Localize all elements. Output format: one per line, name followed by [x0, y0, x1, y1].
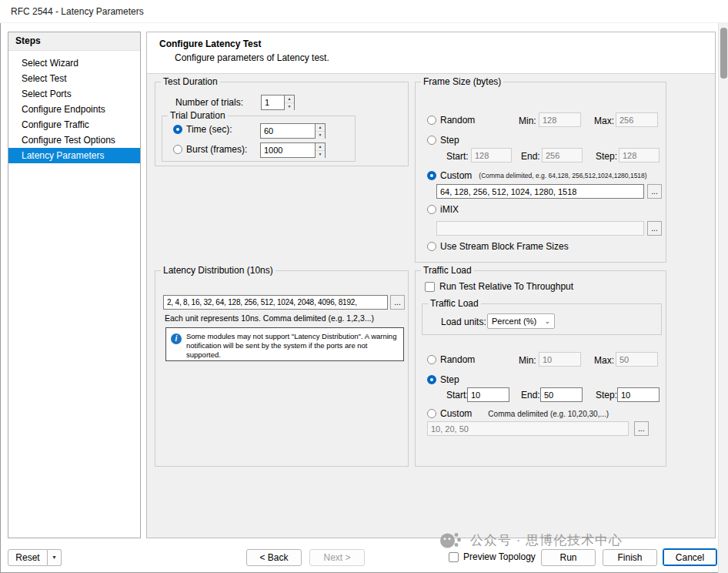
load-max-label: Max:: [594, 355, 614, 366]
cancel-button[interactable]: Cancel: [663, 548, 717, 566]
back-button[interactable]: < Back: [246, 549, 302, 566]
load-max-input[interactable]: [616, 352, 658, 367]
spin-down-icon[interactable]: ▼: [316, 132, 325, 139]
load-random-radio[interactable]: Random: [427, 354, 475, 365]
framesize-random-radio[interactable]: Random: [427, 115, 475, 126]
framesize-stepsize-input[interactable]: [619, 148, 660, 163]
load-step-radio[interactable]: Step: [427, 374, 459, 385]
load-min-input[interactable]: [539, 352, 581, 367]
sidebar-item-select-test[interactable]: Select Test: [8, 71, 140, 86]
traffic-load-group-title: Traffic Load: [421, 265, 474, 276]
spin-down-icon[interactable]: ▼: [316, 151, 325, 158]
framesize-min-input[interactable]: [539, 112, 581, 127]
framesize-custom-hint: (Comma delimited, e.g. 64,128, 256,512,1…: [479, 172, 646, 179]
framesize-end-input[interactable]: [542, 148, 583, 163]
framesize-step-label: Step: [440, 135, 459, 146]
preview-topology-label: Preview Topology: [463, 551, 536, 562]
sidebar-item-configure-traffic[interactable]: Configure Traffic: [8, 117, 140, 132]
scrollbar-thumb[interactable]: [720, 28, 727, 79]
framesize-stepsize-label: Step:: [596, 151, 617, 162]
spin-up-icon[interactable]: ▲: [285, 96, 294, 103]
spin-down-icon[interactable]: ▼: [285, 103, 294, 110]
sidebar-item-select-wizard[interactable]: Select Wizard: [8, 55, 140, 71]
framesize-streamblock-label: Use Stream Block Frame Sizes: [440, 241, 569, 252]
sidebar-item-latency-parameters[interactable]: Latency Parameters: [8, 148, 140, 163]
load-custom-browse-button[interactable]: ...: [634, 421, 649, 436]
reset-split-button: Reset ▼: [8, 549, 62, 566]
latency-distribution-group-title: Latency Distribution (10ns): [161, 265, 276, 276]
page-title: Configure Latency Test: [159, 39, 261, 49]
framesize-custom-radio[interactable]: Custom (Comma delimited, e.g. 64,128, 25…: [427, 170, 647, 181]
load-custom-input[interactable]: [427, 421, 629, 436]
framesize-start-input[interactable]: [471, 148, 512, 163]
next-button[interactable]: Next >: [309, 549, 365, 566]
spin-up-icon[interactable]: ▲: [316, 143, 325, 151]
framesize-custom-input[interactable]: [436, 184, 644, 199]
test-duration-group-title: Test Duration: [161, 76, 220, 87]
framesize-imix-radio[interactable]: iMIX: [427, 204, 459, 215]
reset-button[interactable]: Reset: [8, 549, 48, 566]
traffic-load-inner-title: Traffic Load: [428, 298, 481, 309]
window-title: RFC 2544 - Latency Parameters: [11, 6, 144, 17]
framesize-start-label: Start:: [446, 151, 469, 162]
load-custom-radio[interactable]: Custom Comma delimited (e.g. 10,20,30,..…: [427, 408, 609, 419]
burst-frames-label: Burst (frames):: [186, 144, 247, 155]
load-start-input[interactable]: [467, 387, 509, 402]
scrollbar[interactable]: [718, 23, 728, 573]
finish-button[interactable]: Finish: [603, 549, 657, 566]
time-input[interactable]: [260, 123, 316, 139]
radio-icon: [173, 145, 182, 154]
load-custom-label: Custom: [440, 408, 472, 419]
framesize-custom-browse-button[interactable]: ...: [647, 184, 662, 199]
load-start-label: Start:: [446, 390, 469, 400]
radio-icon: [173, 125, 182, 134]
radio-icon: [427, 205, 436, 214]
burst-spin-buttons: ▲ ▼: [316, 142, 326, 158]
load-end-input[interactable]: [540, 387, 583, 402]
main-panel: Configure Latency Test Configure paramet…: [146, 32, 716, 538]
latency-distribution-browse-button[interactable]: ...: [390, 295, 405, 310]
preview-topology-row: Preview Topology: [449, 551, 536, 562]
steps-list: Select Wizard Select Test Select Ports C…: [8, 51, 140, 163]
framesize-step-radio[interactable]: Step: [427, 135, 459, 146]
rfc2544-wizard-dialog: RFC 2544 - Latency Parameters Steps Sele…: [0, 0, 728, 573]
load-custom-hint: Comma delimited (e.g. 10,20,30,...): [488, 410, 609, 418]
sidebar-item-configure-test-options[interactable]: Configure Test Options: [8, 132, 140, 148]
trials-input[interactable]: [261, 95, 285, 110]
time-sec-label: Time (sec):: [186, 124, 232, 135]
radio-icon: [427, 242, 436, 251]
trials-spinner: ▲ ▼: [261, 95, 295, 110]
page-header: Configure Latency Test Configure paramet…: [147, 32, 715, 74]
burst-spinner: ▲ ▼: [260, 142, 326, 158]
steps-header: Steps: [8, 32, 140, 51]
burst-input[interactable]: [260, 142, 316, 158]
load-stepsize-label: Step:: [596, 390, 617, 400]
framesize-custom-label: Custom: [440, 170, 472, 181]
sidebar-item-configure-endpoints[interactable]: Configure Endpoints: [8, 102, 140, 117]
latency-distribution-input[interactable]: [163, 295, 388, 310]
reset-dropdown-icon[interactable]: ▼: [48, 549, 62, 566]
relative-throughput-checkbox[interactable]: [425, 282, 435, 292]
preview-topology-checkbox[interactable]: [449, 552, 459, 562]
radio-icon: [427, 171, 436, 180]
load-units-label: Load units:: [441, 317, 486, 327]
radio-icon: [427, 409, 436, 418]
time-sec-radio[interactable]: Time (sec):: [173, 124, 232, 135]
sidebar-item-select-ports[interactable]: Select Ports: [8, 86, 140, 102]
latency-distribution-hint: Each unit represents 10ns. Comma delimit…: [165, 313, 374, 323]
load-stepsize-input[interactable]: [617, 387, 660, 402]
load-units-select[interactable]: Percent (%) ⌄: [487, 313, 555, 329]
run-button[interactable]: Run: [541, 549, 596, 566]
title-bar: RFC 2544 - Latency Parameters: [0, 0, 728, 23]
framesize-streamblock-radio[interactable]: Use Stream Block Frame Sizes: [427, 241, 569, 252]
framesize-max-input[interactable]: [616, 112, 658, 127]
framesize-end-label: End:: [521, 151, 540, 162]
trials-spin-buttons: ▲ ▼: [285, 95, 295, 110]
load-units-value: Percent (%): [492, 317, 536, 326]
time-spinner: ▲ ▼: [260, 123, 326, 139]
framesize-imix-browse-button[interactable]: ...: [647, 221, 662, 236]
spin-up-icon[interactable]: ▲: [316, 124, 325, 132]
burst-frames-radio[interactable]: Burst (frames):: [173, 144, 247, 155]
steps-panel: Steps Select Wizard Select Test Select P…: [8, 32, 141, 538]
framesize-imix-input[interactable]: [436, 221, 644, 236]
